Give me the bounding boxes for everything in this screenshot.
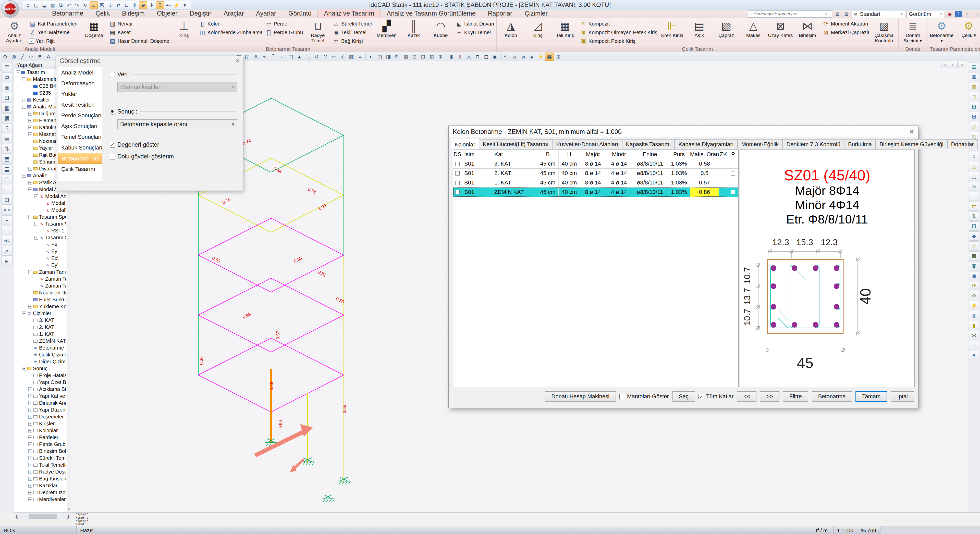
expand-icon[interactable]: + (28, 477, 32, 481)
menu-tab--izimler[interactable]: Çizimler (518, 9, 554, 18)
split-view-icon[interactable]: ◨ (384, 53, 393, 60)
save-all-icon[interactable]: ⧉ (57, 2, 65, 9)
search-dropdown-icon[interactable]: ▾ (825, 12, 827, 16)
tree-item-rsf1[interactable]: ∿RSF1 (14, 227, 66, 234)
expand-icon[interactable]: + (28, 181, 32, 184)
tree-item-zaman-tan-m-analizi[interactable]: ∿Zaman Tanım Analizi (14, 275, 66, 283)
triangle-tool-icon[interactable]: △ (969, 162, 979, 171)
mirror-icon[interactable]: ⇄ (969, 202, 979, 211)
secondary-beam-button[interactable]: ▦Tali Kiriş (552, 19, 578, 46)
open-file-icon[interactable]: ⬓ (41, 2, 48, 9)
expand-icon[interactable]: + (28, 422, 32, 426)
viewport-icon[interactable]: ◫ (375, 53, 384, 60)
grid-snap-icon[interactable]: ⋕ (131, 2, 138, 9)
--button[interactable]: >> (760, 391, 780, 402)
tree-item-modal-[interactable]: ΣModal' (14, 207, 66, 213)
concentric-brace-button[interactable]: ⊠Merkezi Çaprazlı (821, 28, 870, 37)
collapse-icon[interactable]: − (22, 367, 26, 370)
polyline-icon[interactable]: ∿ (261, 53, 269, 60)
purlin-button[interactable]: ▤Aşık (686, 19, 713, 46)
expand-icon[interactable]: + (22, 98, 26, 102)
tree-item-yap-zet-bilgileri[interactable]: Yapı Özet Bilgileri (14, 379, 66, 386)
tree-horizontal-scrollbar[interactable]: ❮ ❯ (14, 512, 71, 520)
crane-beam-button[interactable]: ⊩Kren Kirişi (659, 19, 686, 46)
tree-item-d-emeler[interactable]: +Döşemeler (14, 413, 66, 420)
profile-icon[interactable]: Ⅰ (969, 341, 979, 350)
expand-icon[interactable]: + (28, 401, 32, 405)
column-tool-icon[interactable]: ▮ (447, 53, 455, 60)
z-level-icon[interactable]: ⊟ (419, 53, 427, 60)
collapse-icon[interactable]: − (35, 222, 38, 226)
expand-icon[interactable]: + (28, 126, 32, 129)
semi-rigid-checkbox[interactable]: ✓Yarı Rijit (28, 37, 79, 45)
tree-scroll-right-icon[interactable]: ❯ (67, 514, 70, 519)
target-icon[interactable]: ◙ (969, 271, 979, 280)
expand-icon[interactable]: + (28, 470, 32, 474)
cloud-icon[interactable]: ▢ (286, 53, 295, 60)
collapse-icon[interactable]: − (28, 188, 32, 191)
collapse-icon[interactable]: − (35, 236, 38, 240)
quick-analyze-icon[interactable]: ⚡ (173, 2, 180, 9)
expand-icon[interactable]: + (28, 456, 32, 460)
tree-item-s-rekli-temel[interactable]: +Sürekli Temel (14, 455, 66, 461)
tree-item-2-kat[interactable]: 2. KAT (14, 324, 66, 331)
help-dropdown-icon[interactable]: ▾ (963, 11, 971, 17)
tree-item-perdeler[interactable]: +Perdeler (14, 434, 66, 441)
arc-icon[interactable]: ⌒ (269, 53, 277, 60)
paste-object-icon[interactable]: ⧇ (1, 83, 13, 92)
row-checkbox[interactable] (731, 181, 735, 185)
vis-category-deformasyon[interactable]: Deformasyon (58, 78, 102, 89)
help-icon[interactable]: ? (955, 11, 962, 17)
vis-category-y-kler[interactable]: Yükler (58, 89, 102, 100)
center-icon[interactable]: ⊡ (969, 221, 979, 230)
table-row[interactable]: S012. KAT45 cm40 cm8 ø 144 ø 14ø8/8/10/1… (453, 168, 738, 178)
object-info-icon[interactable]: ? (1, 124, 13, 133)
vis-category-a-k-sonu-lar-[interactable]: Aşık Sonuçları (58, 121, 102, 132)
break-icon[interactable]: ⌁ (1, 215, 13, 225)
semi-rigid-checkbox[interactable]: ✓ (29, 38, 34, 44)
parallel-snap-icon[interactable]: ⇄ (115, 2, 122, 9)
perpendicular-snap-icon[interactable]: ⊥ (107, 2, 114, 9)
composite-button[interactable]: ≋Kompozit (579, 19, 659, 28)
row-checkbox[interactable] (455, 162, 460, 166)
expand-icon[interactable]: + (28, 435, 32, 439)
dialog-tab-kesit-h-cresi-lif-tasar-m-[interactable]: Kesit Hücresi(Lif) Tasarımı (479, 139, 552, 149)
layer-stack-icon[interactable]: ≣ (834, 11, 841, 17)
expand-icon[interactable]: + (28, 463, 32, 467)
tree-scroll-down-icon[interactable]: ∨ (67, 506, 71, 512)
status-scale[interactable]: 1 : 100 (834, 526, 857, 534)
shade-icon[interactable]: ◐ (367, 53, 375, 60)
tree-item-tasar-m-spektrumu[interactable]: −∿Tasarım Spektrumu (14, 234, 66, 241)
expand-icon[interactable]: + (28, 112, 32, 116)
circle-tool-icon[interactable]: ○ (969, 152, 979, 161)
collapse-icon[interactable]: − (28, 215, 32, 219)
row-checkbox[interactable] (455, 190, 460, 194)
tree-item-tasar-m-spektrumlar-[interactable]: −Tasarım Spektrumları (14, 213, 66, 221)
filtre-button[interactable]: Filtre (783, 391, 808, 402)
collapse-icon[interactable]: − (22, 174, 26, 178)
undo-icon[interactable]: ↶ (65, 2, 73, 9)
collapse-icon[interactable]: − (22, 312, 26, 315)
refresh-icon[interactable]: ⟳ (969, 281, 979, 290)
layer-manager-icon[interactable]: ≣ (969, 82, 979, 91)
mantolar-g-ster-checkbox[interactable] (619, 394, 625, 399)
report-preview-icon[interactable]: ▤ (969, 62, 979, 72)
expand-icon[interactable]: + (28, 167, 32, 171)
tree-item-perde-grubu[interactable]: +Perde Grubu (14, 441, 66, 448)
tree-item-y-kleme-kombinasyonlar-[interactable]: +Yükleme Kombinasyonları (14, 303, 66, 310)
tree-scroll-left-icon[interactable]: ❮ (15, 514, 18, 519)
shearwall-button[interactable]: ▱Perde (264, 19, 304, 28)
menu-tab-g-r-nt-[interactable]: Görüntü (282, 9, 318, 18)
save-icon[interactable]: ▦ (49, 2, 56, 9)
brace-button[interactable]: ▧Çapraz (713, 19, 740, 46)
tree-item-tasar-m-spektrumu[interactable]: −∿Tasarım Spektrumu (14, 221, 66, 227)
tree-item-dinamik-analiz[interactable]: +Dinamik Analiz (14, 399, 66, 407)
steel-parameters-button[interactable]: ⚙Çelik ▾ (956, 19, 980, 46)
menu-tab-birle-im[interactable]: Birleşim (116, 9, 151, 18)
run-analysis-icon[interactable]: ⚡ (536, 53, 545, 60)
expand-icon[interactable]: + (28, 305, 32, 308)
menu-tab-betonarme[interactable]: Betonarme (46, 9, 89, 18)
expand-icon[interactable]: + (28, 394, 32, 398)
flip-icon[interactable]: ⇅ (969, 211, 979, 221)
sheet-icon[interactable]: ▦ (969, 72, 979, 81)
